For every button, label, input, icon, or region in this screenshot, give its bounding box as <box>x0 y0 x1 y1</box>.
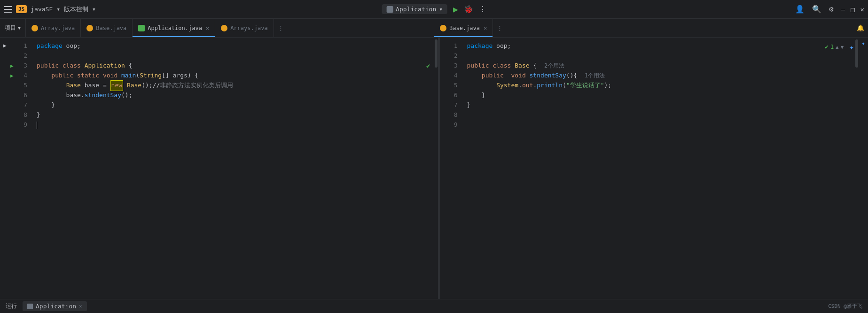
titlebar: JS javaSE ▾ 版本控制 ▾ Application ▾ ▶ 🐞 ⋮ 👤… <box>0 0 868 19</box>
run-button[interactable]: ▶ <box>453 4 458 14</box>
arrays-file-icon <box>221 25 227 31</box>
r-code-line-8 <box>467 110 855 120</box>
tab-more-left[interactable]: ⋮ <box>274 19 288 37</box>
project-badge: JS <box>16 5 27 13</box>
run-config-arrow: ▾ <box>439 6 443 13</box>
r-plain-4b <box>526 71 530 81</box>
run-config[interactable]: Application ▾ <box>382 4 447 14</box>
rln-7: 7 <box>440 100 463 110</box>
tab-more-right[interactable]: ⋮ <box>493 19 507 37</box>
keyword-new: new <box>110 80 123 91</box>
project-panel-toggle[interactable]: 项目 ▼ <box>0 19 26 37</box>
gutter-arrow-icon[interactable]: ▶ <box>3 42 6 49</box>
project-name[interactable]: javaSE <box>31 6 53 13</box>
tab-application-label: Application.java <box>148 25 202 31</box>
tab-base2[interactable]: Base.java ✕ <box>434 19 493 37</box>
scrollbar-thumb-right[interactable] <box>855 39 858 68</box>
ai-icon[interactable]: ✦ <box>849 41 854 53</box>
plain-4d: ( <box>136 71 140 81</box>
run-label[interactable]: 运行 <box>6 302 17 310</box>
scrollbar-thumb-left[interactable] <box>435 39 438 68</box>
code-area-right[interactable]: ✔ 1 ▲ ▼ ✦ package oop; public clas <box>463 38 855 299</box>
rln-3: 3 <box>440 61 463 71</box>
scrollbar-right[interactable] <box>855 38 859 299</box>
type-base-call: Base <box>127 81 141 91</box>
vcs-arrow[interactable]: ▾ <box>92 6 96 13</box>
app-tab-close[interactable]: ✕ <box>79 303 82 309</box>
minimize-button[interactable]: — <box>841 6 845 13</box>
more-button[interactable]: ⋮ <box>479 5 486 14</box>
bell-icon: 🔔 <box>857 24 864 31</box>
cursor <box>37 122 37 129</box>
ln-4: ▶4 <box>9 71 33 81</box>
tab-array[interactable]: Array.java <box>26 19 81 37</box>
r-method-stndentSay: stndentSay <box>530 71 566 81</box>
tab-application-close[interactable]: ✕ <box>206 25 209 31</box>
tab-section-right: Base.java ✕ ⋮ 🔔 <box>434 19 868 37</box>
tab-application[interactable]: Application.java ✕ <box>133 19 215 37</box>
debug-button[interactable]: 🐞 <box>464 5 473 14</box>
scrollbar-left[interactable] <box>434 38 438 299</box>
code-line-4: public static void main ( String [] args… <box>37 71 434 81</box>
maximize-button[interactable]: □ <box>851 6 854 13</box>
line-numbers-left: 1 2 ▶3 ▶4 5 6 7 8 9 <box>9 38 33 299</box>
check-up-arrow[interactable]: ▲ <box>836 43 839 52</box>
code-line-7: } <box>37 100 434 110</box>
close-button[interactable]: ✕ <box>860 6 864 13</box>
line-numbers-right: 1 2 3 4 5 6 7 8 9 <box>440 38 463 299</box>
ln-5: 5 <box>9 81 33 91</box>
right-indicators: ✔ 1 ▲ ▼ ✦ <box>825 41 854 53</box>
hamburger-menu[interactable] <box>4 6 12 13</box>
search-icon[interactable]: 🔍 <box>812 5 821 14</box>
code-area-left[interactable]: package oop; public class Application { … <box>33 38 434 299</box>
notification-bell[interactable]: 🔔 <box>853 19 868 37</box>
plain-4e: [] args) { <box>162 71 198 81</box>
r-kw-public-4: public <box>482 71 504 81</box>
plain-8: } <box>37 110 40 120</box>
rln-8: 8 <box>440 110 463 120</box>
window-controls: — □ ✕ <box>841 6 864 13</box>
check-count: 1 <box>830 43 834 52</box>
tab-arrays-label: Arrays.java <box>230 25 267 31</box>
profile-icon[interactable]: 👤 <box>795 5 805 14</box>
project-toggle-label: 项目 <box>5 24 16 32</box>
check-down-arrow[interactable]: ▼ <box>841 43 844 52</box>
tab-base[interactable]: Base.java <box>81 19 133 37</box>
project-arrow[interactable]: ▾ <box>56 6 60 13</box>
app-tab-icon <box>27 304 33 309</box>
method-main: main <box>121 71 136 81</box>
code-line-9 <box>37 120 434 130</box>
ai-sidebar-icon[interactable]: ✦ <box>861 39 865 47</box>
ln-6: 6 <box>9 91 33 100</box>
tab-base2-close[interactable]: ✕ <box>484 25 487 31</box>
r-code-line-9 <box>467 120 855 130</box>
kw-package: package <box>37 41 63 51</box>
code-line-2 <box>37 51 434 61</box>
code-line-1: package oop; <box>37 41 434 51</box>
r-paren-open: ( <box>563 81 566 91</box>
plain-3c: { <box>125 61 133 71</box>
editor-left: 1 2 ▶3 ▶4 5 6 7 8 9 package oop; <box>9 38 438 299</box>
app-tab[interactable]: Application ✕ <box>23 301 87 311</box>
tabbar: 项目 ▼ Array.java Base.java Application.ja… <box>0 19 868 38</box>
r-out: out <box>522 81 533 91</box>
code-line-5: Base base = new Base ();// 非静态方法实例化类后调用 <box>37 81 434 91</box>
run-gutter-4[interactable]: ▶ <box>10 72 14 80</box>
r-plain-4a <box>504 71 511 81</box>
r-code-line-1: package oop; <box>467 41 855 51</box>
plain-5b <box>123 81 127 91</box>
ln-3: ▶3 <box>9 61 33 71</box>
plain-4b <box>99 71 103 81</box>
vcs-label[interactable]: 版本控制 <box>64 5 88 14</box>
tab-base-label: Base.java <box>96 25 126 31</box>
tab-section-left: 项目 ▼ Array.java Base.java Application.ja… <box>0 19 434 37</box>
run-gutter-3[interactable]: ▶ <box>10 62 14 70</box>
r-plain-1: oop; <box>493 41 511 51</box>
r-string-1: "学生说话了" <box>566 81 604 91</box>
kw-public-4: public <box>51 71 73 81</box>
settings-icon[interactable]: ⚙ <box>829 5 834 14</box>
csdn-text: CSDN @雁于飞 <box>828 303 862 310</box>
tab-arrays[interactable]: Arrays.java <box>215 19 274 37</box>
method-stndentSay-6: stndentSay <box>85 91 121 100</box>
plain-7: } <box>37 100 55 110</box>
